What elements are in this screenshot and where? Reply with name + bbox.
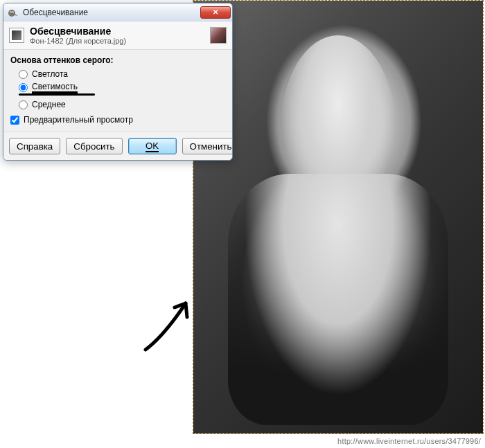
cancel-button[interactable]: Отменить (182, 138, 233, 154)
dialog-header: Обесцвечивание Фон-1482 (Для корсета.jpg… (3, 21, 232, 50)
window-close-button[interactable]: ✕ (200, 6, 231, 19)
help-button[interactable]: Справка (9, 138, 60, 154)
svg-point-0 (8, 10, 15, 17)
annotation-arrow (139, 291, 201, 353)
preview-checkbox[interactable] (10, 116, 19, 125)
preview-checkbox-row[interactable]: Предварительный просмотр (10, 111, 225, 126)
svg-point-4 (12, 12, 13, 12)
svg-point-3 (10, 12, 11, 12)
annotation-underline (19, 93, 95, 96)
desaturate-icon (9, 28, 24, 43)
button-bar: Справка Сбросить OK Отменить (3, 132, 232, 160)
dialog-title: Обесцвечивание (30, 26, 126, 37)
dialog-subtitle: Фон-1482 (Для корсета.jpg) (30, 37, 126, 45)
radio-luminosity-input[interactable] (19, 83, 28, 92)
radio-lightness[interactable]: Светлота (10, 68, 225, 80)
reset-button-label: Сбросить (73, 141, 114, 152)
ok-button[interactable]: OK (128, 138, 177, 154)
radio-luminosity-label: Светимость (32, 82, 78, 93)
help-button-label: Справка (17, 141, 53, 152)
cancel-button-label: Отменить (190, 141, 232, 152)
radio-lightness-input[interactable] (19, 70, 28, 79)
radio-luminosity[interactable]: Светимость (10, 80, 225, 95)
reset-button[interactable]: Сбросить (66, 138, 122, 154)
app-icon (8, 7, 19, 18)
desaturate-dialog: Обесцвечивание ✕ Обесцвечивание Фон-1482… (3, 3, 233, 161)
titlebar[interactable]: Обесцвечивание ✕ (3, 3, 232, 21)
radio-lightness-label: Светлота (32, 69, 68, 79)
window-title: Обесцвечивание (23, 8, 200, 17)
selection-marquee (193, 0, 484, 434)
watermark-text: http://www.liveinternet.ru/users/3477996… (337, 437, 481, 445)
close-icon: ✕ (213, 8, 218, 16)
layer-thumbnail (210, 27, 227, 44)
radio-average-input[interactable] (19, 100, 28, 109)
radio-average[interactable]: Среднее (10, 98, 225, 111)
radio-average-label: Среднее (32, 100, 66, 109)
image-canvas[interactable] (193, 0, 485, 448)
preview-label: Предварительный просмотр (24, 115, 133, 125)
group-label: Основа оттенков серого: (10, 55, 225, 65)
ok-button-label: OK (146, 141, 159, 152)
